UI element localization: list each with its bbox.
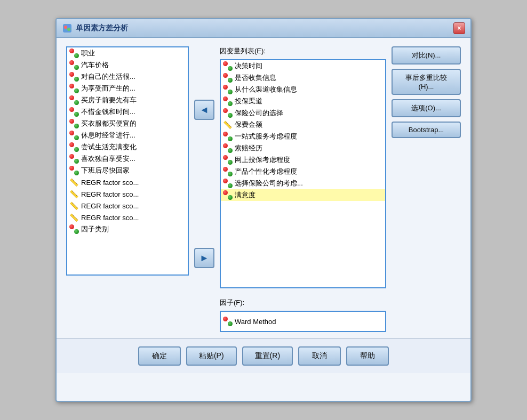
- item-label: 从什么渠道收集信息: [235, 85, 297, 94]
- list-item[interactable]: 📏保费金额: [221, 119, 385, 131]
- list-item[interactable]: 📏REGR factor sco...: [67, 200, 188, 212]
- action-button[interactable]: 事后多重比较(H)...: [392, 69, 461, 95]
- title-bar: 单因素方差分析 ×: [57, 19, 470, 38]
- ball-icon: [69, 49, 79, 58]
- factor-value: Ward Method: [235, 318, 276, 326]
- ball-icon: [223, 108, 233, 118]
- list-item[interactable]: 产品个性化考虑程度: [221, 166, 385, 177]
- bottom-button[interactable]: 确定: [138, 346, 181, 366]
- ball-icon: [223, 61, 233, 71]
- list-item[interactable]: 满意度: [221, 189, 385, 201]
- right-panel: 因变量列表(E): 决策时间是否收集信息从什么渠道收集信息投保渠道保险公司的选择…: [220, 46, 386, 332]
- item-label: 尝试生活充满变化: [81, 142, 137, 152]
- ruler-icon: 📏: [223, 120, 233, 130]
- list-item[interactable]: 尝试生活充满变化: [67, 141, 188, 153]
- left-panel: 职业汽车价格对自己的生活很...为享受而产生的...买房子前要先有车不惜金钱和时…: [66, 46, 189, 276]
- item-label: 因子类别: [81, 224, 109, 234]
- right-variable-list[interactable]: 决策时间是否收集信息从什么渠道收集信息投保渠道保险公司的选择📏保费金额一站式服务…: [220, 59, 386, 288]
- list-item[interactable]: 喜欢独自享受安...: [67, 153, 188, 165]
- item-label: 不惜金钱和时间...: [81, 107, 135, 117]
- item-label: 保费金额: [235, 120, 262, 130]
- ball-icon: [223, 85, 233, 94]
- item-label: REGR factor sco...: [81, 190, 139, 198]
- factor-box[interactable]: Ward Method: [220, 311, 386, 332]
- list-item[interactable]: 索赔经历: [221, 142, 385, 154]
- list-item[interactable]: 买房子前要先有车: [67, 94, 188, 106]
- list-item[interactable]: 是否收集信息: [221, 72, 385, 84]
- move-factor-button[interactable]: ►: [194, 248, 214, 268]
- svg-rect-0: [63, 24, 71, 33]
- list-item[interactable]: 网上投保考虑程度: [221, 154, 385, 166]
- list-item[interactable]: 选择保险公司的考虑...: [221, 177, 385, 189]
- action-button[interactable]: 选项(O)...: [392, 99, 461, 117]
- item-label: 是否收集信息: [235, 73, 276, 83]
- list-item[interactable]: 投保渠道: [221, 95, 385, 107]
- item-label: 买衣服都买便宜的: [81, 119, 137, 128]
- svg-point-3: [68, 25, 70, 27]
- item-label: 满意度: [235, 190, 255, 200]
- list-item[interactable]: 不惜金钱和时间...: [67, 106, 188, 118]
- left-variable-list[interactable]: 职业汽车价格对自己的生活很...为享受而产生的...买房子前要先有车不惜金钱和时…: [66, 46, 189, 276]
- svg-point-1: [64, 26, 67, 29]
- item-label: 喜欢独自享受安...: [81, 154, 135, 164]
- ruler-icon: 📏: [69, 213, 79, 222]
- dialog-body: 职业汽车价格对自己的生活很...为享受而产生的...买房子前要先有车不惜金钱和时…: [57, 38, 470, 338]
- ball-icon: [69, 72, 79, 82]
- list-item[interactable]: 职业: [67, 47, 188, 59]
- item-label: 决策时间: [235, 61, 262, 71]
- ball-icon: [223, 132, 233, 141]
- factor-ball-icon: [223, 317, 233, 326]
- list-item[interactable]: 汽车价格: [67, 59, 188, 71]
- ball-icon: [69, 107, 79, 117]
- list-item[interactable]: 决策时间: [221, 60, 385, 72]
- item-label: 投保渠道: [235, 96, 262, 106]
- list-item[interactable]: 因子类别: [67, 223, 188, 235]
- list-item[interactable]: 📏REGR factor sco...: [67, 188, 188, 200]
- item-label: 买房子前要先有车: [81, 95, 137, 105]
- ball-icon: [223, 179, 233, 188]
- main-dialog: 单因素方差分析 × 职业汽车价格对自己的生活很...为享受而产生的...买房子前…: [55, 18, 472, 402]
- list-item[interactable]: 对自己的生活很...: [67, 71, 188, 83]
- action-button[interactable]: 对比(N)...: [392, 46, 461, 64]
- bottom-button[interactable]: 粘贴(P): [186, 346, 237, 366]
- ball-icon: [69, 166, 79, 175]
- middle-controls: ◄ ►: [194, 46, 214, 268]
- list-item[interactable]: 保险公司的选择: [221, 107, 385, 119]
- ball-icon: [69, 84, 79, 93]
- item-label: 产品个性化考虑程度: [235, 167, 297, 176]
- ball-icon: [69, 131, 79, 140]
- item-label: 索赔经历: [235, 143, 262, 153]
- close-button[interactable]: ×: [453, 22, 465, 34]
- ball-icon: [69, 95, 79, 105]
- list-item[interactable]: 买衣服都买便宜的: [67, 118, 188, 130]
- item-label: 职业: [81, 49, 95, 58]
- bottom-button[interactable]: 取消: [298, 346, 341, 366]
- buttons-panel: 对比(N)...事后多重比较(H)...选项(O)...Bootstrap...: [392, 46, 461, 138]
- action-button[interactable]: Bootstrap...: [392, 122, 461, 138]
- ruler-icon: 📏: [69, 201, 79, 211]
- ball-icon: [69, 142, 79, 152]
- move-to-right-button[interactable]: ◄: [194, 100, 214, 120]
- list-item[interactable]: 📏REGR factor sco...: [67, 176, 188, 188]
- item-label: REGR factor sco...: [81, 202, 139, 210]
- list-item[interactable]: 一站式服务考虑程度: [221, 131, 385, 142]
- ball-icon: [223, 167, 233, 176]
- ruler-icon: 📏: [69, 189, 79, 199]
- item-label: 对自己的生活很...: [81, 72, 135, 82]
- item-label: 网上投保考虑程度: [235, 155, 290, 165]
- list-item[interactable]: 为享受而产生的...: [67, 83, 188, 94]
- item-label: 一站式服务考虑程度: [235, 132, 297, 141]
- list-item[interactable]: 从什么渠道收集信息: [221, 84, 385, 95]
- ball-icon: [69, 119, 79, 128]
- bottom-button[interactable]: 重置(R): [242, 346, 293, 366]
- item-label: REGR factor sco...: [81, 214, 139, 222]
- item-label: 保险公司的选择: [235, 108, 283, 118]
- list-item[interactable]: 休息时经常进行...: [67, 130, 188, 141]
- bottom-button[interactable]: 帮助: [346, 346, 389, 366]
- list-item[interactable]: 下班后尽快回家: [67, 165, 188, 176]
- list-item[interactable]: 📏REGR factor sco...: [67, 212, 188, 223]
- ball-icon: [69, 154, 79, 164]
- ball-icon: [69, 224, 79, 234]
- ball-icon: [223, 143, 233, 153]
- item-label: REGR factor sco...: [81, 179, 139, 187]
